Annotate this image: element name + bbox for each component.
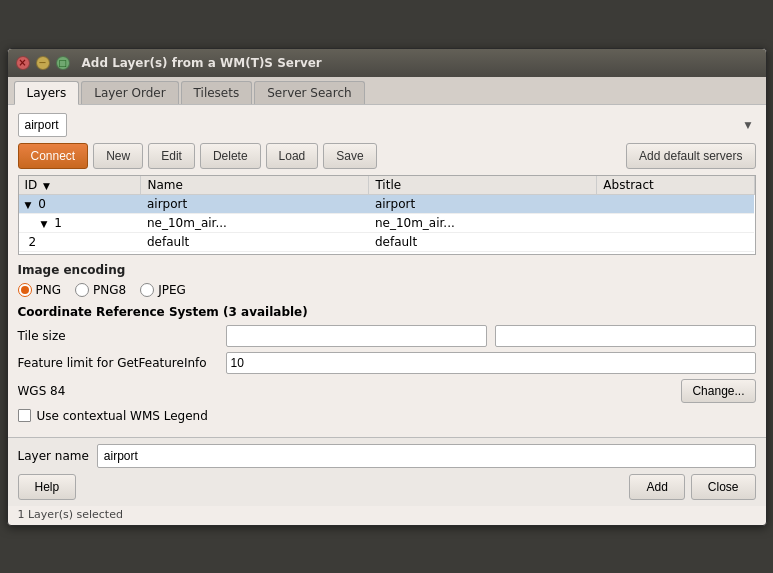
tile-size-input-1[interactable] (226, 325, 487, 347)
tab-layers[interactable]: Layers (14, 81, 80, 105)
action-button-row: Connect New Edit Delete Load Save Add de… (18, 143, 756, 169)
delete-button[interactable]: Delete (200, 143, 261, 169)
window-title: Add Layer(s) from a WM(T)S Server (82, 56, 322, 70)
row-abstract (597, 232, 754, 251)
change-crs-button[interactable]: Change... (681, 379, 755, 403)
crs-title: Coordinate Reference System (3 available… (18, 305, 756, 319)
row-id: 2 (19, 232, 141, 251)
feature-limit-row: Feature limit for GetFeatureInfo (18, 352, 756, 374)
image-encoding-section: Image encoding PNG PNG8 JPEG (18, 263, 756, 297)
layer-name-label: Layer name (18, 449, 89, 463)
row-name: airport (141, 194, 369, 213)
tab-bar: Layers Layer Order Tilesets Server Searc… (8, 77, 766, 105)
wgs-label: WGS 84 (18, 384, 218, 398)
table-row[interactable]: ▼ 0 airport airport (19, 194, 755, 213)
radio-jpeg-dot (140, 283, 154, 297)
close-window-button[interactable]: × (16, 56, 30, 70)
feature-limit-input[interactable] (226, 352, 756, 374)
radio-png8-label: PNG8 (93, 283, 126, 297)
row-id: ▼ 1 (19, 213, 141, 232)
image-encoding-options: PNG PNG8 JPEG (18, 283, 756, 297)
expand-icon: ▼ (25, 200, 32, 210)
radio-png[interactable]: PNG (18, 283, 62, 297)
checkbox-row: Use contextual WMS Legend (18, 409, 756, 423)
minimize-button[interactable]: − (36, 56, 50, 70)
row-id: ▼ 0 (19, 194, 141, 213)
feature-limit-label: Feature limit for GetFeatureInfo (18, 356, 218, 370)
radio-jpeg-label: JPEG (158, 283, 186, 297)
maximize-button[interactable]: □ (56, 56, 70, 70)
status-bar: 1 Layer(s) selected (8, 506, 766, 525)
layer-table-container: ID ▼ Name Title Abstract (18, 175, 756, 255)
expand-icon: ▼ (41, 219, 48, 229)
radio-png8-dot (75, 283, 89, 297)
tile-size-input-2[interactable] (495, 325, 756, 347)
connect-button[interactable]: Connect (18, 143, 89, 169)
titlebar: × − □ Add Layer(s) from a WM(T)S Server (8, 49, 766, 77)
radio-png8[interactable]: PNG8 (75, 283, 126, 297)
new-button[interactable]: New (93, 143, 143, 169)
tile-size-label: Tile size (18, 329, 218, 343)
row-title: airport (369, 194, 597, 213)
server-dropdown-wrap: airport (18, 113, 756, 137)
radio-jpeg[interactable]: JPEG (140, 283, 186, 297)
crs-section: Coordinate Reference System (3 available… (18, 305, 756, 423)
layer-table: ID ▼ Name Title Abstract (19, 176, 755, 252)
col-title: Title (369, 176, 597, 195)
radio-png-label: PNG (36, 283, 62, 297)
table-header-row: ID ▼ Name Title Abstract (19, 176, 755, 195)
load-button[interactable]: Load (266, 143, 319, 169)
tab-server-search[interactable]: Server Search (254, 81, 364, 104)
col-id: ID ▼ (19, 176, 141, 195)
save-button[interactable]: Save (323, 143, 376, 169)
layer-name-row: Layer name (18, 444, 756, 468)
table-row[interactable]: ▼ 1 ne_10m_air... ne_10m_air... (19, 213, 755, 232)
row-name: ne_10m_air... (141, 213, 369, 232)
tab-tilesets[interactable]: Tilesets (181, 81, 253, 104)
status-text: 1 Layer(s) selected (18, 508, 123, 521)
add-default-servers-button[interactable]: Add default servers (626, 143, 755, 169)
wms-legend-label: Use contextual WMS Legend (37, 409, 208, 423)
edit-button[interactable]: Edit (148, 143, 195, 169)
row-title: ne_10m_air... (369, 213, 597, 232)
row-title: default (369, 232, 597, 251)
bottom-area: Layer name Help Add Close (8, 437, 766, 506)
add-button[interactable]: Add (629, 474, 684, 500)
tab-content: airport Connect New Edit Delete Load Sav… (8, 105, 766, 437)
help-button[interactable]: Help (18, 474, 77, 500)
sort-arrow-id: ▼ (43, 181, 50, 191)
wms-legend-checkbox[interactable] (18, 409, 31, 422)
server-dropdown[interactable]: airport (18, 113, 67, 137)
image-encoding-label: Image encoding (18, 263, 756, 277)
row-abstract (597, 213, 754, 232)
row-abstract (597, 194, 754, 213)
layer-name-input[interactable] (97, 444, 756, 468)
radio-png-dot (18, 283, 32, 297)
server-dropdown-row: airport (18, 113, 756, 137)
dialog-action-row: Help Add Close (18, 474, 756, 500)
col-abstract: Abstract (597, 176, 754, 195)
col-name: Name (141, 176, 369, 195)
tile-size-row: Tile size (18, 325, 756, 347)
main-window: × − □ Add Layer(s) from a WM(T)S Server … (7, 48, 767, 526)
right-buttons: Add Close (629, 474, 755, 500)
row-name: default (141, 232, 369, 251)
tab-layer-order[interactable]: Layer Order (81, 81, 178, 104)
table-row[interactable]: 2 default default (19, 232, 755, 251)
wgs-row: WGS 84 Change... (18, 379, 756, 403)
close-dialog-button[interactable]: Close (691, 474, 756, 500)
